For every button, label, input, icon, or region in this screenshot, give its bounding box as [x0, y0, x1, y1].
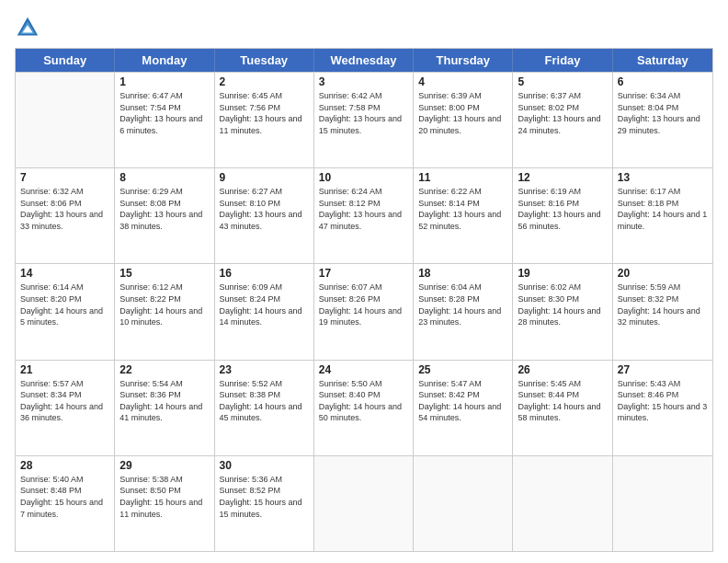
- cell-info: Sunrise: 6:34 AMSunset: 8:04 PMDaylight:…: [618, 90, 708, 136]
- cell-info: Sunrise: 6:17 AMSunset: 8:18 PMDaylight:…: [618, 186, 708, 232]
- cal-cell-19: 19Sunrise: 6:02 AMSunset: 8:30 PMDayligh…: [513, 264, 612, 359]
- cal-cell-empty: [16, 73, 115, 167]
- day-number: 13: [618, 171, 708, 184]
- cal-cell-16: 16Sunrise: 6:09 AMSunset: 8:24 PMDayligh…: [215, 264, 314, 359]
- cell-info: Sunrise: 6:32 AMSunset: 8:06 PMDaylight:…: [20, 186, 109, 232]
- cell-info: Sunrise: 6:09 AMSunset: 8:24 PMDaylight:…: [220, 282, 309, 327]
- day-number: 22: [119, 363, 209, 376]
- cal-cell-6: 6Sunrise: 6:34 AMSunset: 8:04 PMDaylight…: [613, 73, 712, 167]
- cal-cell-24: 24Sunrise: 5:50 AMSunset: 8:40 PMDayligh…: [314, 361, 414, 455]
- cal-cell-empty: [314, 456, 414, 551]
- cal-row-0: 1Sunrise: 6:47 AMSunset: 7:54 PMDaylight…: [16, 72, 712, 167]
- day-number: 15: [119, 267, 209, 280]
- header-day-wednesday: Wednesday: [314, 49, 414, 72]
- day-number: 23: [220, 363, 309, 376]
- cal-cell-23: 23Sunrise: 5:52 AMSunset: 8:38 PMDayligh…: [215, 361, 314, 455]
- day-number: 17: [319, 267, 408, 280]
- cal-cell-15: 15Sunrise: 6:12 AMSunset: 8:22 PMDayligh…: [115, 264, 214, 359]
- day-number: 8: [119, 171, 209, 184]
- header-day-friday: Friday: [513, 49, 612, 72]
- cal-cell-21: 21Sunrise: 5:57 AMSunset: 8:34 PMDayligh…: [16, 361, 115, 455]
- day-number: 3: [319, 75, 408, 88]
- header-day-thursday: Thursday: [414, 49, 513, 72]
- cell-info: Sunrise: 6:24 AMSunset: 8:12 PMDaylight:…: [319, 186, 408, 232]
- cal-cell-28: 28Sunrise: 5:40 AMSunset: 8:48 PMDayligh…: [16, 456, 115, 551]
- cal-cell-empty: [613, 456, 712, 551]
- day-number: 30: [220, 459, 309, 472]
- day-number: 11: [418, 171, 507, 184]
- cal-cell-30: 30Sunrise: 5:36 AMSunset: 8:52 PMDayligh…: [215, 456, 314, 551]
- cal-row-4: 28Sunrise: 5:40 AMSunset: 8:48 PMDayligh…: [16, 455, 712, 551]
- day-number: 20: [618, 267, 708, 280]
- day-number: 9: [220, 171, 309, 184]
- cell-info: Sunrise: 5:45 AMSunset: 8:44 PMDaylight:…: [518, 378, 607, 424]
- cell-info: Sunrise: 5:43 AMSunset: 8:46 PMDaylight:…: [618, 378, 708, 424]
- cell-info: Sunrise: 6:12 AMSunset: 8:22 PMDaylight:…: [119, 282, 209, 327]
- day-number: 6: [618, 75, 708, 88]
- cal-cell-8: 8Sunrise: 6:29 AMSunset: 8:08 PMDaylight…: [115, 168, 214, 263]
- cal-cell-3: 3Sunrise: 6:42 AMSunset: 7:58 PMDaylight…: [314, 73, 414, 167]
- cal-row-1: 7Sunrise: 6:32 AMSunset: 8:06 PMDaylight…: [16, 167, 712, 263]
- cell-info: Sunrise: 6:47 AMSunset: 7:54 PMDaylight:…: [119, 90, 209, 136]
- cal-cell-1: 1Sunrise: 6:47 AMSunset: 7:54 PMDaylight…: [115, 73, 214, 167]
- cell-info: Sunrise: 6:39 AMSunset: 8:00 PMDaylight:…: [418, 90, 507, 136]
- cal-cell-5: 5Sunrise: 6:37 AMSunset: 8:02 PMDaylight…: [513, 73, 612, 167]
- header-day-sunday: Sunday: [16, 49, 115, 72]
- cell-info: Sunrise: 6:42 AMSunset: 7:58 PMDaylight:…: [319, 90, 408, 136]
- day-number: 18: [418, 267, 507, 280]
- day-number: 27: [618, 363, 708, 376]
- day-number: 19: [518, 267, 607, 280]
- cal-cell-27: 27Sunrise: 5:43 AMSunset: 8:46 PMDayligh…: [613, 361, 712, 455]
- header-day-monday: Monday: [115, 49, 214, 72]
- header: [15, 11, 713, 40]
- cell-info: Sunrise: 6:04 AMSunset: 8:28 PMDaylight:…: [418, 282, 507, 327]
- cell-info: Sunrise: 5:40 AMSunset: 8:48 PMDaylight:…: [20, 474, 109, 520]
- cell-info: Sunrise: 6:22 AMSunset: 8:14 PMDaylight:…: [418, 186, 507, 232]
- header-day-saturday: Saturday: [613, 49, 712, 72]
- cal-cell-26: 26Sunrise: 5:45 AMSunset: 8:44 PMDayligh…: [513, 361, 612, 455]
- cal-cell-9: 9Sunrise: 6:27 AMSunset: 8:10 PMDaylight…: [215, 168, 314, 263]
- cell-info: Sunrise: 5:52 AMSunset: 8:38 PMDaylight:…: [220, 378, 309, 424]
- cal-cell-11: 11Sunrise: 6:22 AMSunset: 8:14 PMDayligh…: [414, 168, 513, 263]
- cal-cell-empty: [414, 456, 513, 551]
- cal-cell-25: 25Sunrise: 5:47 AMSunset: 8:42 PMDayligh…: [414, 361, 513, 455]
- header-day-tuesday: Tuesday: [215, 49, 314, 72]
- cell-info: Sunrise: 5:38 AMSunset: 8:50 PMDaylight:…: [119, 474, 209, 520]
- cell-info: Sunrise: 6:19 AMSunset: 8:16 PMDaylight:…: [518, 186, 607, 232]
- cell-info: Sunrise: 5:47 AMSunset: 8:42 PMDaylight:…: [418, 378, 507, 424]
- cal-cell-4: 4Sunrise: 6:39 AMSunset: 8:00 PMDaylight…: [414, 73, 513, 167]
- cal-cell-12: 12Sunrise: 6:19 AMSunset: 8:16 PMDayligh…: [513, 168, 612, 263]
- cell-info: Sunrise: 6:02 AMSunset: 8:30 PMDaylight:…: [518, 282, 607, 327]
- day-number: 2: [220, 75, 309, 88]
- day-number: 12: [518, 171, 607, 184]
- cell-info: Sunrise: 6:14 AMSunset: 8:20 PMDaylight:…: [20, 282, 109, 327]
- cal-row-2: 14Sunrise: 6:14 AMSunset: 8:20 PMDayligh…: [16, 263, 712, 359]
- day-number: 1: [119, 75, 209, 88]
- logo-icon: [15, 15, 40, 40]
- cal-cell-18: 18Sunrise: 6:04 AMSunset: 8:28 PMDayligh…: [414, 264, 513, 359]
- calendar: SundayMondayTuesdayWednesdayThursdayFrid…: [15, 48, 713, 552]
- day-number: 14: [20, 267, 109, 280]
- day-number: 4: [418, 75, 507, 88]
- day-number: 29: [119, 459, 209, 472]
- cal-cell-20: 20Sunrise: 5:59 AMSunset: 8:32 PMDayligh…: [613, 264, 712, 359]
- cal-cell-22: 22Sunrise: 5:54 AMSunset: 8:36 PMDayligh…: [115, 361, 214, 455]
- cal-cell-29: 29Sunrise: 5:38 AMSunset: 8:50 PMDayligh…: [115, 456, 214, 551]
- day-number: 7: [20, 171, 109, 184]
- cell-info: Sunrise: 5:36 AMSunset: 8:52 PMDaylight:…: [220, 474, 309, 520]
- cell-info: Sunrise: 6:07 AMSunset: 8:26 PMDaylight:…: [319, 282, 408, 327]
- cell-info: Sunrise: 5:54 AMSunset: 8:36 PMDaylight:…: [119, 378, 209, 424]
- day-number: 25: [418, 363, 507, 376]
- calendar-header: SundayMondayTuesdayWednesdayThursdayFrid…: [16, 49, 712, 72]
- cal-cell-7: 7Sunrise: 6:32 AMSunset: 8:06 PMDaylight…: [16, 168, 115, 263]
- cell-info: Sunrise: 6:29 AMSunset: 8:08 PMDaylight:…: [119, 186, 209, 232]
- day-number: 5: [518, 75, 607, 88]
- day-number: 21: [20, 363, 109, 376]
- cal-cell-14: 14Sunrise: 6:14 AMSunset: 8:20 PMDayligh…: [16, 264, 115, 359]
- cal-cell-10: 10Sunrise: 6:24 AMSunset: 8:12 PMDayligh…: [314, 168, 414, 263]
- cell-info: Sunrise: 5:50 AMSunset: 8:40 PMDaylight:…: [319, 378, 408, 424]
- cell-info: Sunrise: 6:37 AMSunset: 8:02 PMDaylight:…: [518, 90, 607, 136]
- day-number: 26: [518, 363, 607, 376]
- cal-row-3: 21Sunrise: 5:57 AMSunset: 8:34 PMDayligh…: [16, 360, 712, 455]
- cell-info: Sunrise: 5:57 AMSunset: 8:34 PMDaylight:…: [20, 378, 109, 424]
